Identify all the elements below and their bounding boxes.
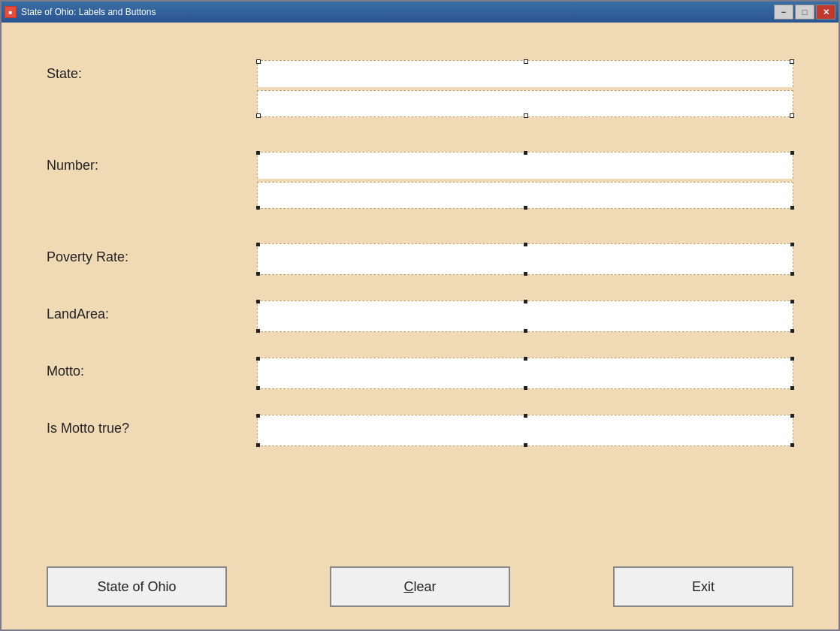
maximize-button[interactable]: □ [795,5,814,20]
handle-bl [256,272,260,276]
is-motto-true-label: Is Motto true? [47,415,257,436]
handle-bl [256,113,261,118]
number-input-top[interactable] [257,152,793,179]
number-input-bottom[interactable] [257,182,793,209]
handle-br [790,206,794,210]
handle-tl [256,151,260,155]
handle-tm [524,300,527,303]
handle-bm [524,386,527,390]
state-input-top[interactable] [257,60,793,87]
title-bar-buttons: − □ ✕ [774,5,835,20]
land-area-label: LandArea: [47,300,257,322]
handle-bm [524,443,527,447]
handle-tr [790,300,794,303]
is-motto-true-section: Is Motto true? [47,415,793,451]
clear-rest: lear [413,579,436,595]
landarea-field [257,300,793,332]
state-field-bottom [257,90,793,117]
handle-bm [524,113,528,118]
app-icon: ■ [5,6,17,18]
state-of-ohio-button[interactable]: State of Ohio [47,566,227,607]
handle-tl [256,357,260,361]
land-area-field-group [257,300,793,337]
handle-br [790,272,794,276]
handle-tl [256,243,260,246]
handle-br [790,443,794,447]
handle-br [790,386,794,390]
motto-label: Motto: [47,358,257,379]
handle-br [790,113,794,118]
handle-tm [524,151,527,155]
handle-bm [524,272,527,276]
footer: State of Ohio Clear Exit [2,551,838,629]
clear-underline: C [403,579,413,595]
land-area-section: LandArea: [47,300,793,337]
handle-bl [256,443,260,447]
state-label: State: [47,60,257,82]
is-motto-true-input[interactable] [257,415,793,446]
exit-button[interactable]: Exit [613,566,793,607]
poverty-rate-label: Poverty Rate: [47,243,257,265]
handle-tl [256,300,260,303]
title-bar-left: ■ State of Ohio: Labels and Buttons [5,6,156,18]
land-area-input[interactable] [257,300,793,332]
poverty-rate-field-group [257,243,793,279]
handle-tr [790,357,794,361]
poverty-rate-input[interactable] [257,243,793,275]
handle-bl [256,206,260,210]
title-bar: ■ State of Ohio: Labels and Buttons − □ … [2,2,838,23]
is-motto-true-field [257,415,793,446]
number-field-top [257,152,793,179]
handle-tr [790,59,794,64]
number-field-group [257,152,793,209]
motto-input[interactable] [257,358,793,389]
handle-tm [524,357,527,361]
is-motto-true-field-group [257,415,793,451]
motto-field-group [257,358,793,394]
handle-tm [524,59,528,64]
motto-field [257,358,793,389]
state-field-top [257,60,793,87]
clear-button[interactable]: Clear [330,566,510,607]
number-field-bottom [257,182,793,209]
main-window: ■ State of Ohio: Labels and Buttons − □ … [0,0,840,631]
poverty-rate-section: Poverty Rate: [47,243,793,279]
window-title: State of Ohio: Labels and Buttons [21,7,156,17]
number-label: Number: [47,152,257,174]
handle-bl [256,329,260,333]
poverty-field [257,243,793,275]
handle-br [790,329,794,333]
handle-tl [256,59,261,64]
handle-tm [524,414,527,418]
number-section: Number: [47,152,793,209]
state-section: State: [47,60,793,117]
minimize-button[interactable]: − [774,5,793,20]
close-button[interactable]: ✕ [816,5,835,20]
handle-bm [524,329,527,333]
handle-tm [524,243,527,246]
handle-tr [790,414,794,418]
handle-tr [790,151,794,155]
handle-tr [790,243,794,246]
handle-tl [256,414,260,418]
motto-section: Motto: [47,358,793,394]
handle-bl [256,386,260,390]
form-content: State: Number: [2,23,838,551]
state-field-group [257,60,793,117]
handle-bm [524,206,527,210]
